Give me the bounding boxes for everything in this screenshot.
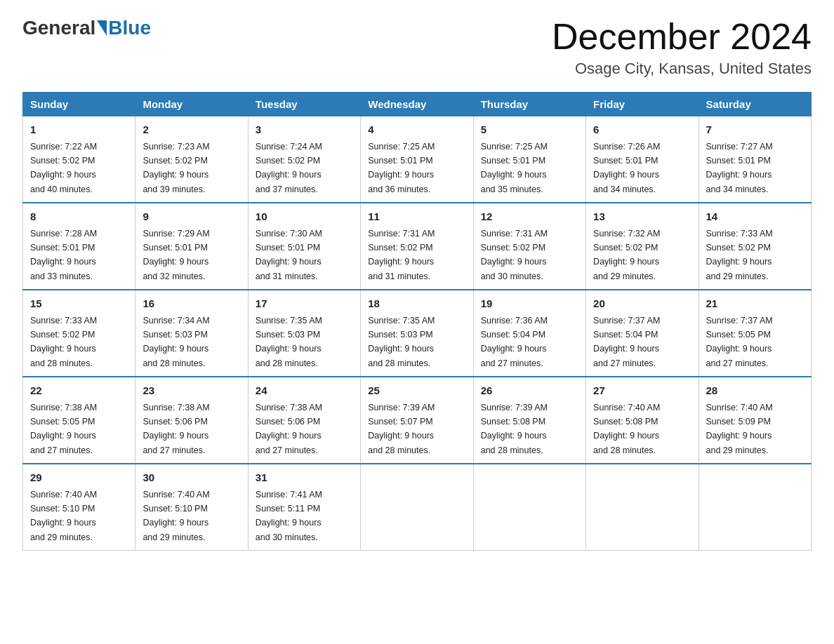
- day-number: 10: [256, 209, 353, 225]
- calendar-week-3: 15 Sunrise: 7:33 AMSunset: 5:02 PMDaylig…: [23, 290, 812, 377]
- table-row: 22 Sunrise: 7:38 AMSunset: 5:05 PMDaylig…: [23, 377, 135, 464]
- day-info: Sunrise: 7:30 AMSunset: 5:01 PMDaylight:…: [256, 229, 322, 281]
- calendar-table: Sunday Monday Tuesday Wednesday Thursday…: [22, 92, 812, 551]
- day-info: Sunrise: 7:23 AMSunset: 5:02 PMDaylight:…: [143, 142, 209, 194]
- day-number: 11: [368, 209, 465, 225]
- table-row: 25 Sunrise: 7:39 AMSunset: 5:07 PMDaylig…: [361, 377, 473, 464]
- day-info: Sunrise: 7:41 AMSunset: 5:11 PMDaylight:…: [256, 490, 322, 542]
- day-number: 29: [30, 470, 128, 486]
- day-info: Sunrise: 7:38 AMSunset: 5:06 PMDaylight:…: [143, 403, 209, 455]
- table-row: 12 Sunrise: 7:31 AMSunset: 5:02 PMDaylig…: [473, 203, 585, 290]
- table-row: 8 Sunrise: 7:28 AMSunset: 5:01 PMDayligh…: [23, 203, 135, 290]
- header-monday: Monday: [135, 93, 248, 116]
- header-wednesday: Wednesday: [361, 93, 473, 116]
- day-info: Sunrise: 7:37 AMSunset: 5:05 PMDaylight:…: [706, 316, 773, 368]
- day-info: Sunrise: 7:40 AMSunset: 5:10 PMDaylight:…: [30, 490, 97, 542]
- day-number: 6: [593, 122, 691, 138]
- table-row: 10 Sunrise: 7:30 AMSunset: 5:01 PMDaylig…: [248, 203, 360, 290]
- day-number: 4: [368, 122, 465, 138]
- table-row: 28 Sunrise: 7:40 AMSunset: 5:09 PMDaylig…: [699, 377, 811, 464]
- day-number: 13: [593, 209, 691, 225]
- day-number: 27: [593, 383, 691, 399]
- day-number: 1: [30, 122, 128, 138]
- table-row: 13 Sunrise: 7:32 AMSunset: 5:02 PMDaylig…: [586, 203, 699, 290]
- logo: General Blue: [22, 17, 151, 39]
- page-header: General Blue December 2024 Osage City, K…: [22, 17, 812, 78]
- logo-area: General Blue: [22, 17, 151, 39]
- header-row: Sunday Monday Tuesday Wednesday Thursday…: [23, 93, 812, 116]
- table-row: 26 Sunrise: 7:39 AMSunset: 5:08 PMDaylig…: [473, 377, 585, 464]
- day-number: 12: [481, 209, 578, 225]
- day-info: Sunrise: 7:22 AMSunset: 5:02 PMDaylight:…: [30, 142, 97, 194]
- day-info: Sunrise: 7:25 AMSunset: 5:01 PMDaylight:…: [481, 142, 548, 194]
- table-row: 15 Sunrise: 7:33 AMSunset: 5:02 PMDaylig…: [23, 290, 135, 377]
- day-number: 16: [143, 296, 240, 312]
- day-number: 5: [481, 122, 578, 138]
- header-tuesday: Tuesday: [248, 93, 360, 116]
- table-row: [699, 464, 811, 551]
- table-row: 11 Sunrise: 7:31 AMSunset: 5:02 PMDaylig…: [361, 203, 473, 290]
- day-info: Sunrise: 7:38 AMSunset: 5:06 PMDaylight:…: [256, 403, 322, 455]
- calendar-week-1: 1 Sunrise: 7:22 AMSunset: 5:02 PMDayligh…: [23, 116, 812, 203]
- table-row: 18 Sunrise: 7:35 AMSunset: 5:03 PMDaylig…: [361, 290, 473, 377]
- day-number: 24: [256, 383, 353, 399]
- table-row: 2 Sunrise: 7:23 AMSunset: 5:02 PMDayligh…: [135, 116, 248, 203]
- day-number: 15: [30, 296, 128, 312]
- day-number: 17: [256, 296, 353, 312]
- day-info: Sunrise: 7:38 AMSunset: 5:05 PMDaylight:…: [30, 403, 97, 455]
- month-title: December 2024: [552, 17, 812, 57]
- table-row: [361, 464, 473, 551]
- day-number: 26: [481, 383, 578, 399]
- day-number: 25: [368, 383, 465, 399]
- header-thursday: Thursday: [473, 93, 585, 116]
- day-info: Sunrise: 7:25 AMSunset: 5:01 PMDaylight:…: [368, 142, 435, 194]
- day-info: Sunrise: 7:35 AMSunset: 5:03 PMDaylight:…: [368, 316, 435, 368]
- day-info: Sunrise: 7:32 AMSunset: 5:02 PMDaylight:…: [593, 229, 660, 281]
- calendar-body: 1 Sunrise: 7:22 AMSunset: 5:02 PMDayligh…: [23, 116, 812, 551]
- table-row: 31 Sunrise: 7:41 AMSunset: 5:11 PMDaylig…: [248, 464, 360, 551]
- header-sunday: Sunday: [23, 93, 135, 116]
- day-number: 18: [368, 296, 465, 312]
- title-area: December 2024 Osage City, Kansas, United…: [552, 17, 812, 78]
- table-row: 27 Sunrise: 7:40 AMSunset: 5:08 PMDaylig…: [586, 377, 699, 464]
- day-info: Sunrise: 7:28 AMSunset: 5:01 PMDaylight:…: [30, 229, 97, 281]
- table-row: 6 Sunrise: 7:26 AMSunset: 5:01 PMDayligh…: [586, 116, 699, 203]
- day-info: Sunrise: 7:33 AMSunset: 5:02 PMDaylight:…: [706, 229, 773, 281]
- table-row: 4 Sunrise: 7:25 AMSunset: 5:01 PMDayligh…: [361, 116, 473, 203]
- table-row: 17 Sunrise: 7:35 AMSunset: 5:03 PMDaylig…: [248, 290, 360, 377]
- day-info: Sunrise: 7:40 AMSunset: 5:10 PMDaylight:…: [143, 490, 209, 542]
- day-info: Sunrise: 7:26 AMSunset: 5:01 PMDaylight:…: [593, 142, 660, 194]
- day-info: Sunrise: 7:24 AMSunset: 5:02 PMDaylight:…: [256, 142, 322, 194]
- table-row: 29 Sunrise: 7:40 AMSunset: 5:10 PMDaylig…: [23, 464, 135, 551]
- day-number: 28: [706, 383, 804, 399]
- day-number: 31: [256, 470, 353, 486]
- day-info: Sunrise: 7:29 AMSunset: 5:01 PMDaylight:…: [143, 229, 209, 281]
- day-info: Sunrise: 7:31 AMSunset: 5:02 PMDaylight:…: [481, 229, 548, 281]
- logo-arrow-icon: [97, 20, 107, 36]
- day-number: 9: [143, 209, 240, 225]
- table-row: 24 Sunrise: 7:38 AMSunset: 5:06 PMDaylig…: [248, 377, 360, 464]
- day-info: Sunrise: 7:40 AMSunset: 5:09 PMDaylight:…: [706, 403, 773, 455]
- table-row: 19 Sunrise: 7:36 AMSunset: 5:04 PMDaylig…: [473, 290, 585, 377]
- day-number: 21: [706, 296, 804, 312]
- day-number: 30: [143, 470, 240, 486]
- calendar-header: Sunday Monday Tuesday Wednesday Thursday…: [23, 93, 812, 116]
- header-saturday: Saturday: [699, 93, 811, 116]
- location-subtitle: Osage City, Kansas, United States: [552, 60, 812, 78]
- day-number: 14: [706, 209, 804, 225]
- table-row: [473, 464, 585, 551]
- day-number: 20: [593, 296, 691, 312]
- table-row: 30 Sunrise: 7:40 AMSunset: 5:10 PMDaylig…: [135, 464, 248, 551]
- day-info: Sunrise: 7:40 AMSunset: 5:08 PMDaylight:…: [593, 403, 660, 455]
- day-number: 23: [143, 383, 240, 399]
- table-row: 14 Sunrise: 7:33 AMSunset: 5:02 PMDaylig…: [699, 203, 811, 290]
- day-number: 7: [706, 122, 804, 138]
- table-row: 5 Sunrise: 7:25 AMSunset: 5:01 PMDayligh…: [473, 116, 585, 203]
- day-number: 2: [143, 122, 240, 138]
- day-info: Sunrise: 7:35 AMSunset: 5:03 PMDaylight:…: [256, 316, 322, 368]
- day-info: Sunrise: 7:31 AMSunset: 5:02 PMDaylight:…: [368, 229, 435, 281]
- table-row: 20 Sunrise: 7:37 AMSunset: 5:04 PMDaylig…: [586, 290, 699, 377]
- day-number: 3: [256, 122, 353, 138]
- table-row: 7 Sunrise: 7:27 AMSunset: 5:01 PMDayligh…: [699, 116, 811, 203]
- table-row: [586, 464, 699, 551]
